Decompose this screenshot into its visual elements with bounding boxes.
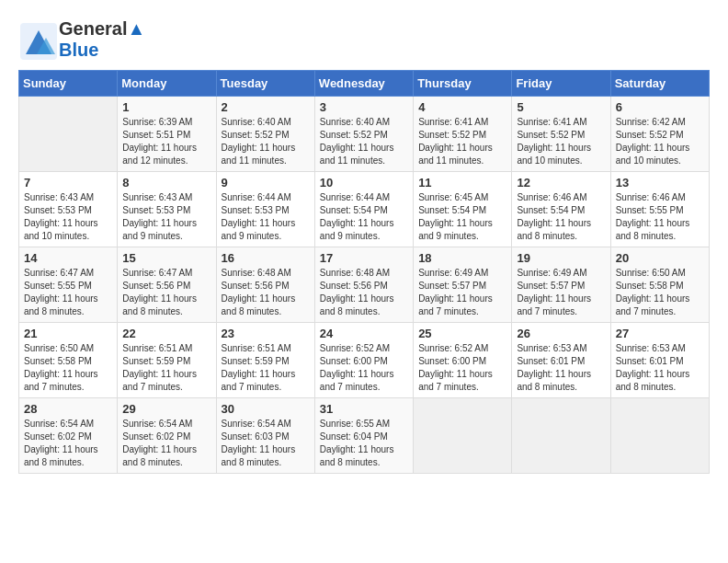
calendar-day-cell: 13Sunrise: 6:46 AM Sunset: 5:55 PM Dayli… xyxy=(610,172,709,247)
day-info: Sunrise: 6:51 AM Sunset: 5:59 PM Dayligh… xyxy=(122,342,210,394)
day-number: 26 xyxy=(517,327,605,340)
day-info: Sunrise: 6:50 AM Sunset: 5:58 PM Dayligh… xyxy=(24,342,112,394)
calendar-day-cell: 8Sunrise: 6:43 AM Sunset: 5:53 PM Daylig… xyxy=(118,172,216,247)
calendar-day-cell: 27Sunrise: 6:53 AM Sunset: 6:01 PM Dayli… xyxy=(610,323,709,398)
day-number: 14 xyxy=(24,251,112,265)
logo-icon xyxy=(18,21,55,58)
day-number: 29 xyxy=(122,402,210,416)
day-number: 1 xyxy=(122,100,210,114)
calendar-day-cell: 21Sunrise: 6:50 AM Sunset: 5:58 PM Dayli… xyxy=(19,323,118,398)
day-info: Sunrise: 6:52 AM Sunset: 6:00 PM Dayligh… xyxy=(320,342,408,394)
day-number: 2 xyxy=(222,100,310,114)
day-info: Sunrise: 6:40 AM Sunset: 5:52 PM Dayligh… xyxy=(222,116,310,167)
day-number: 30 xyxy=(222,402,310,416)
day-info: Sunrise: 6:48 AM Sunset: 5:56 PM Dayligh… xyxy=(320,267,408,318)
calendar-day-cell: 22Sunrise: 6:51 AM Sunset: 5:59 PM Dayli… xyxy=(118,323,216,398)
day-info: Sunrise: 6:41 AM Sunset: 5:52 PM Dayligh… xyxy=(517,116,605,167)
day-number: 7 xyxy=(24,176,112,190)
weekday-header-row: SundayMondayTuesdayWednesdayThursdayFrid… xyxy=(19,71,710,97)
day-number: 22 xyxy=(122,327,210,340)
day-info: Sunrise: 6:41 AM Sunset: 5:52 PM Dayligh… xyxy=(418,116,506,167)
day-info: Sunrise: 6:43 AM Sunset: 5:53 PM Dayligh… xyxy=(24,191,112,243)
calendar-day-cell: 30Sunrise: 6:54 AM Sunset: 6:03 PM Dayli… xyxy=(216,398,314,474)
day-number: 23 xyxy=(222,327,310,340)
calendar-day-cell: 18Sunrise: 6:49 AM Sunset: 5:57 PM Dayli… xyxy=(414,247,512,323)
day-number: 13 xyxy=(616,176,704,190)
day-number: 16 xyxy=(222,251,310,265)
day-number: 25 xyxy=(418,327,506,340)
day-info: Sunrise: 6:43 AM Sunset: 5:53 PM Dayligh… xyxy=(122,191,210,243)
weekday-header-cell: Friday xyxy=(512,71,610,97)
calendar-day-cell xyxy=(414,398,512,474)
calendar-day-cell: 19Sunrise: 6:49 AM Sunset: 5:57 PM Dayli… xyxy=(512,247,610,323)
day-info: Sunrise: 6:52 AM Sunset: 6:00 PM Dayligh… xyxy=(418,342,506,394)
day-number: 24 xyxy=(320,327,408,340)
calendar-day-cell: 10Sunrise: 6:44 AM Sunset: 5:54 PM Dayli… xyxy=(314,172,413,247)
day-number: 11 xyxy=(418,176,506,190)
day-number: 8 xyxy=(122,176,210,190)
logo-text: General▲ Blue xyxy=(59,18,145,61)
calendar-day-cell: 5Sunrise: 6:41 AM Sunset: 5:52 PM Daylig… xyxy=(512,97,610,172)
day-number: 20 xyxy=(616,251,704,265)
calendar-day-cell xyxy=(19,97,118,172)
weekday-header-cell: Sunday xyxy=(19,71,118,97)
day-number: 17 xyxy=(320,251,408,265)
day-number: 19 xyxy=(517,251,605,265)
calendar-day-cell: 11Sunrise: 6:45 AM Sunset: 5:54 PM Dayli… xyxy=(414,172,512,247)
day-number: 10 xyxy=(320,176,408,190)
day-number: 28 xyxy=(24,402,112,416)
calendar-table: SundayMondayTuesdayWednesdayThursdayFrid… xyxy=(18,70,710,474)
day-info: Sunrise: 6:44 AM Sunset: 5:53 PM Dayligh… xyxy=(222,191,310,243)
calendar-day-cell: 31Sunrise: 6:55 AM Sunset: 6:04 PM Dayli… xyxy=(314,398,413,474)
calendar-day-cell xyxy=(610,398,709,474)
calendar-day-cell: 14Sunrise: 6:47 AM Sunset: 5:55 PM Dayli… xyxy=(19,247,118,323)
calendar-day-cell: 25Sunrise: 6:52 AM Sunset: 6:00 PM Dayli… xyxy=(414,323,512,398)
day-info: Sunrise: 6:39 AM Sunset: 5:51 PM Dayligh… xyxy=(122,116,210,167)
logo: General▲ Blue xyxy=(18,18,145,61)
calendar-week-row: 14Sunrise: 6:47 AM Sunset: 5:55 PM Dayli… xyxy=(19,247,710,323)
weekday-header-cell: Wednesday xyxy=(314,71,413,97)
day-info: Sunrise: 6:53 AM Sunset: 6:01 PM Dayligh… xyxy=(616,342,704,394)
calendar-day-cell: 17Sunrise: 6:48 AM Sunset: 5:56 PM Dayli… xyxy=(314,247,413,323)
day-info: Sunrise: 6:46 AM Sunset: 5:54 PM Dayligh… xyxy=(517,191,605,243)
calendar-day-cell: 7Sunrise: 6:43 AM Sunset: 5:53 PM Daylig… xyxy=(19,172,118,247)
calendar-day-cell: 28Sunrise: 6:54 AM Sunset: 6:02 PM Dayli… xyxy=(19,398,118,474)
calendar-day-cell: 9Sunrise: 6:44 AM Sunset: 5:53 PM Daylig… xyxy=(216,172,314,247)
calendar-day-cell: 4Sunrise: 6:41 AM Sunset: 5:52 PM Daylig… xyxy=(414,97,512,172)
day-info: Sunrise: 6:45 AM Sunset: 5:54 PM Dayligh… xyxy=(418,191,506,243)
day-info: Sunrise: 6:48 AM Sunset: 5:56 PM Dayligh… xyxy=(222,267,310,318)
day-number: 6 xyxy=(616,100,704,114)
day-info: Sunrise: 6:47 AM Sunset: 5:55 PM Dayligh… xyxy=(24,267,112,318)
day-info: Sunrise: 6:49 AM Sunset: 5:57 PM Dayligh… xyxy=(418,267,506,318)
day-number: 4 xyxy=(418,100,506,114)
calendar-day-cell: 29Sunrise: 6:54 AM Sunset: 6:02 PM Dayli… xyxy=(118,398,216,474)
calendar-day-cell: 26Sunrise: 6:53 AM Sunset: 6:01 PM Dayli… xyxy=(512,323,610,398)
day-info: Sunrise: 6:54 AM Sunset: 6:02 PM Dayligh… xyxy=(24,418,112,469)
weekday-header-cell: Saturday xyxy=(610,71,709,97)
day-info: Sunrise: 6:54 AM Sunset: 6:02 PM Dayligh… xyxy=(122,418,210,469)
calendar-day-cell: 24Sunrise: 6:52 AM Sunset: 6:00 PM Dayli… xyxy=(314,323,413,398)
calendar-week-row: 1Sunrise: 6:39 AM Sunset: 5:51 PM Daylig… xyxy=(19,97,710,172)
weekday-header-cell: Monday xyxy=(118,71,216,97)
weekday-header-cell: Tuesday xyxy=(216,71,314,97)
calendar-day-cell: 16Sunrise: 6:48 AM Sunset: 5:56 PM Dayli… xyxy=(216,247,314,323)
page-header: General▲ Blue xyxy=(18,18,710,61)
calendar-day-cell: 15Sunrise: 6:47 AM Sunset: 5:56 PM Dayli… xyxy=(118,247,216,323)
calendar-day-cell: 2Sunrise: 6:40 AM Sunset: 5:52 PM Daylig… xyxy=(216,97,314,172)
calendar-week-row: 28Sunrise: 6:54 AM Sunset: 6:02 PM Dayli… xyxy=(19,398,710,474)
calendar-day-cell: 20Sunrise: 6:50 AM Sunset: 5:58 PM Dayli… xyxy=(610,247,709,323)
day-number: 18 xyxy=(418,251,506,265)
calendar-day-cell: 23Sunrise: 6:51 AM Sunset: 5:59 PM Dayli… xyxy=(216,323,314,398)
day-info: Sunrise: 6:51 AM Sunset: 5:59 PM Dayligh… xyxy=(222,342,310,394)
calendar-day-cell: 1Sunrise: 6:39 AM Sunset: 5:51 PM Daylig… xyxy=(118,97,216,172)
day-number: 9 xyxy=(222,176,310,190)
day-number: 21 xyxy=(24,327,112,340)
calendar-day-cell xyxy=(512,398,610,474)
day-info: Sunrise: 6:49 AM Sunset: 5:57 PM Dayligh… xyxy=(517,267,605,318)
day-number: 3 xyxy=(320,100,408,114)
day-number: 27 xyxy=(616,327,704,340)
day-info: Sunrise: 6:53 AM Sunset: 6:01 PM Dayligh… xyxy=(517,342,605,394)
day-info: Sunrise: 6:50 AM Sunset: 5:58 PM Dayligh… xyxy=(616,267,704,318)
calendar-day-cell: 3Sunrise: 6:40 AM Sunset: 5:52 PM Daylig… xyxy=(314,97,413,172)
day-info: Sunrise: 6:40 AM Sunset: 5:52 PM Dayligh… xyxy=(320,116,408,167)
